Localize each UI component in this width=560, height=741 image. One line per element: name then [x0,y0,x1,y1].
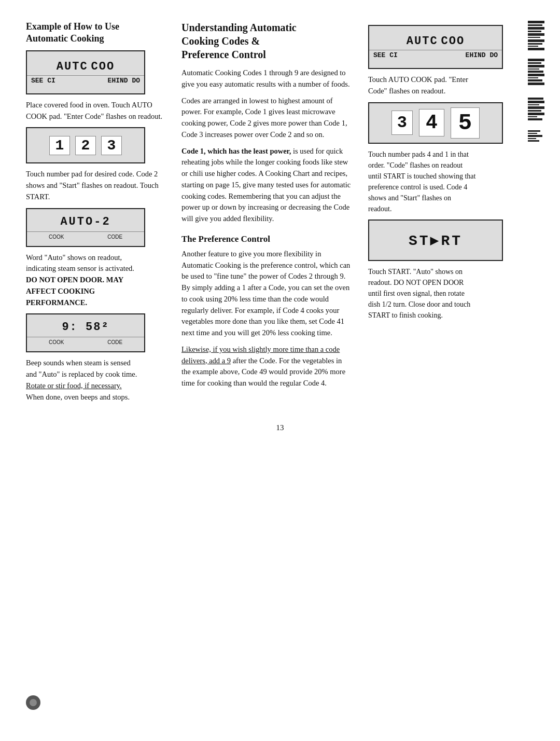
deco-bar [528,116,537,117]
deco-bar [528,79,542,81]
deco-bar [528,101,544,103]
steam-bot-left: COOK [49,339,64,345]
right-desc-1: Touch AUTO COOK pad. "Enter Code" flashe… [368,74,534,97]
deco-bar [528,33,544,36]
deco-bar [528,21,544,23]
left-panel-3: AUTO-2 COOK CODE [26,208,145,247]
deco-bar [528,113,544,115]
deco-bar [528,62,541,64]
steam-text: 9: 58² [62,321,109,334]
panel1-bot-right: EHIND DO [108,77,140,85]
deco-bar [528,39,544,42]
deco-bar [528,133,537,134]
right-decoration [528,21,544,142]
deco-bar [528,43,542,45]
left-panel-2: 1 2 3 [26,127,145,163]
rpanel1-bottom: SEE CI EHIND DO [369,50,502,59]
panel1-top-left: AUTC [57,60,88,73]
middle-column: Understanding Automatic Cooking Codes & … [181,21,353,394]
left-panel-1: AUTC COO SEE CI EHIND DO [26,50,145,94]
right-column: AUTC COO SEE CI EHIND DO Touch AUTO COOK… [368,21,534,326]
inner-circle [30,699,37,706]
deco-bar [528,130,540,132]
panel1-bot-left: SEE CI [31,77,55,85]
rpanel1-bot-right: EHIND DO [466,51,498,59]
panel1-top-right: COO [91,60,115,73]
right-panel-1: AUTC COO SEE CI EHIND DO [368,25,503,69]
deco-bar [528,48,544,50]
deco-bar [528,31,541,32]
rpanel1-top-right: COO [441,35,465,48]
left-title: Example of How to Use Automatic Cooking [26,21,166,45]
deco-bar [528,68,539,70]
rnum-5: 5 [451,107,480,139]
page: Example of How to Use Automatic Cooking … [0,0,560,741]
deco-bar [528,104,539,105]
pref-title: The Preference Control [181,234,353,244]
left-panel-4: 9: 58² COOK CODE [26,313,145,352]
rpanel1-bot-left: SEE CI [373,51,398,59]
left-desc-1: Place covered food in oven. Touch AUTO C… [26,100,166,122]
num-3: 3 [101,136,122,155]
left-desc-4: Beep sounds when steam is sensed and "Au… [26,358,166,403]
right-desc-2: Touch number pads 4 and 1 in that order.… [368,149,534,214]
panel1-bottom: SEE CI EHIND DO [27,75,144,85]
bottom-left-indicator [26,695,40,710]
deco-bar [528,138,536,139]
rnum-4: 4 [419,109,444,136]
auto-code-text: AUTO-2 [60,215,110,228]
right-panel-3: ST▶RT [368,219,503,261]
left-column: Example of How to Use Automatic Cooking … [26,21,166,408]
middle-body-1: Automatic Cooking Codes 1 through 9 are … [181,67,353,90]
deco-bar [528,98,543,100]
middle-body-3: Code 1, which has the least power, is us… [181,146,353,225]
deco-bar [528,118,542,120]
middle-body-2: Codes are arranged in lowest to highest … [181,95,353,141]
deco-bar [528,59,544,61]
num-2: 2 [75,136,96,155]
deco-bar [528,71,543,73]
deco-bar [528,110,541,112]
auto-code-bot-left: COOK [49,234,64,240]
rpanel1-top-left: AUTC [407,35,438,48]
deco-bar [528,77,538,78]
steam-bot-right: CODE [107,339,122,345]
deco-bar [528,140,539,142]
deco-bar [528,106,544,109]
right-panel-2: 3 4 5 [368,102,503,144]
deco-bar [528,74,544,76]
left-desc-2: Touch number pad for desired code. Code … [26,169,166,202]
pref-body-1: Another feature to give you more flexibi… [181,249,353,339]
num-1: 1 [49,136,70,155]
deco-bar [528,46,538,47]
deco-bar [528,37,540,38]
deco-bar [528,83,544,85]
left-desc-3: Word "Auto" shows on readout, indicating… [26,252,166,309]
auto-code-bot-right: CODE [107,234,122,240]
deco-bar [528,24,542,26]
rnum-3: 3 [391,111,413,135]
pref-body-2: Likewise, if you wish slightly more time… [181,344,353,389]
deco-bar [528,27,544,30]
start-text: ST▶RT [409,231,463,249]
deco-bar [528,65,544,67]
deco-bar [528,135,542,137]
page-number: 13 [26,423,534,432]
middle-title: Understanding Automatic Cooking Codes & … [181,21,353,61]
right-desc-3: Touch START. "Auto" shows on readout. DO… [368,266,534,321]
